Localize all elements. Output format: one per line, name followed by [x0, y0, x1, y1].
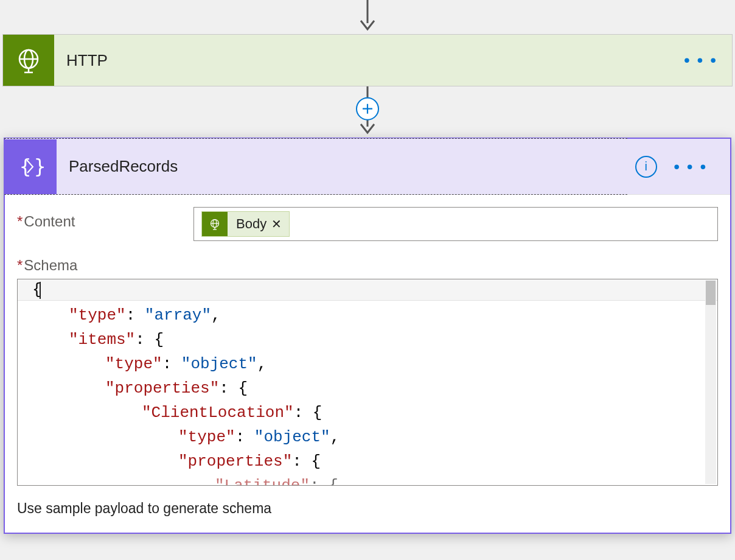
schema-line: "Latitude": {: [32, 474, 703, 486]
designer-canvas: HTTP • • • { }: [0, 0, 735, 560]
data-operations-icon: { }: [4, 139, 57, 194]
text-cursor: [40, 282, 41, 299]
flow-arrow-top: [0, 0, 735, 34]
content-label: *Content: [17, 207, 193, 230]
parse-json-body: *Content Body: [5, 195, 730, 533]
parse-json-more-menu[interactable]: • • •: [674, 158, 722, 175]
parse-json-card: { } ParsedRecords i • • •: [4, 138, 731, 534]
editor-scrollbar[interactable]: [705, 281, 716, 484]
schema-line: "properties": {: [32, 449, 703, 474]
http-token-icon: [202, 211, 228, 237]
schema-line: "type": "object",: [32, 425, 703, 449]
schema-editor[interactable]: { "type": "array", "items": { "type": "o…: [17, 279, 718, 486]
generate-schema-link[interactable]: Use sample payload to generate schema: [17, 500, 271, 517]
editor-scrollbar-thumb[interactable]: [706, 281, 716, 305]
svg-text:{: {: [19, 155, 31, 178]
parse-json-title: ParsedRecords: [57, 157, 627, 176]
http-action-title: HTTP: [54, 51, 684, 70]
info-icon[interactable]: i: [635, 156, 657, 178]
svg-point-11: [27, 159, 28, 161]
schema-line: "ClientLocation": {: [32, 401, 703, 425]
content-field-row: *Content Body: [17, 207, 718, 241]
schema-line: "items": {: [32, 327, 703, 352]
body-token-label: Body: [228, 216, 271, 232]
schema-line: "type": "object",: [32, 352, 703, 376]
http-action-header[interactable]: HTTP • • •: [3, 35, 732, 86]
schema-label: *Schema: [17, 257, 718, 274]
http-more-menu[interactable]: • • •: [684, 52, 732, 69]
parse-json-header-actions: i • • •: [627, 139, 730, 194]
body-token[interactable]: Body ✕: [201, 211, 290, 237]
body-token-remove[interactable]: ✕: [271, 217, 289, 231]
schema-line: "type": "array",: [32, 303, 703, 327]
content-input[interactable]: Body ✕: [193, 207, 718, 241]
flow-arrow-middle: [0, 86, 735, 138]
add-step-button[interactable]: [356, 97, 379, 121]
parse-json-header: { } ParsedRecords i • • •: [5, 139, 730, 195]
svg-text:}: }: [34, 155, 45, 178]
schema-field: *Schema { "type": "array", "items": { "t…: [17, 257, 718, 517]
http-icon: [3, 35, 54, 86]
http-action-card[interactable]: HTTP • • •: [2, 34, 733, 86]
parse-json-title-area[interactable]: { } ParsedRecords: [4, 138, 627, 195]
schema-line: "properties": {: [32, 376, 703, 401]
